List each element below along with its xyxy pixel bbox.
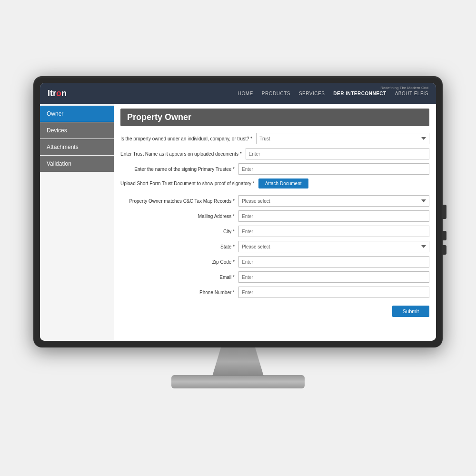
label-tax-map: Property Owner matches C&C Tax Map Recor…: [120, 198, 235, 204]
input-email[interactable]: [238, 271, 429, 283]
sidebar-item-attachments[interactable]: Attachments: [40, 139, 114, 155]
label-zip: Zip Code *: [120, 259, 235, 265]
label-city: City *: [120, 229, 235, 234]
form-row-phone: Phone Number *: [120, 287, 429, 298]
sidebar: Owner Devices Attachments Validation: [40, 104, 114, 341]
nav-services[interactable]: SERVICES: [299, 91, 325, 96]
input-trustee[interactable]: [238, 163, 429, 175]
form-row-state: State * Please select Hawaii California: [120, 241, 429, 252]
tagline: Redefining The Modern Grid: [380, 86, 428, 90]
form-row-address: Mailing Address *: [120, 210, 429, 222]
select-tax-map[interactable]: Please select Yes No: [238, 195, 429, 207]
nav-home[interactable]: HOME: [238, 91, 253, 96]
sidebar-item-devices[interactable]: Devices: [40, 122, 114, 139]
form-row-tax-map: Property Owner matches C&C Tax Map Recor…: [120, 195, 429, 207]
stand-base: [171, 375, 305, 388]
input-city[interactable]: [238, 226, 429, 237]
label-ownership: Is the property owned under an individua…: [120, 136, 252, 141]
input-phone[interactable]: [238, 287, 429, 298]
label-email: Email *: [120, 275, 235, 280]
nav-about[interactable]: ABOUT ELFIS: [395, 91, 428, 96]
submit-button[interactable]: Submit: [392, 306, 429, 317]
select-ownership[interactable]: Trust Individual Company: [256, 133, 429, 144]
label-address: Mailing Address *: [120, 214, 235, 219]
label-trust-name: Enter Trust Name as it appears on upload…: [120, 151, 242, 157]
monitor-power-button: [443, 231, 446, 240]
form-row-trust-name: Enter Trust Name as it appears on upload…: [120, 148, 429, 159]
logo-text: Itron: [48, 89, 67, 99]
label-attach: Upload Short Form Trust Document to show…: [120, 181, 255, 186]
form-row-email: Email *: [120, 271, 429, 283]
nav-products[interactable]: PRODUCTS: [262, 91, 290, 96]
form-row-trustee: Enter the name of the signing Primary Tr…: [120, 163, 429, 175]
monitor-button-1: [443, 205, 446, 219]
label-state: State *: [120, 244, 235, 249]
input-trust-name[interactable]: [246, 148, 429, 159]
select-state[interactable]: Please select Hawaii California: [238, 241, 429, 252]
main-content: Property Owner Is the property owned und…: [114, 104, 436, 341]
monitor-stand: [33, 347, 443, 388]
stand-neck: [209, 347, 267, 376]
attach-document-button[interactable]: Attach Document: [258, 178, 308, 188]
form-row-zip: Zip Code *: [120, 256, 429, 268]
form-row-attach: Upload Short Form Trust Document to show…: [120, 178, 429, 188]
logo: Itron: [48, 89, 67, 99]
input-zip[interactable]: [238, 256, 429, 268]
top-navbar: Itron Redefining The Modern Grid HOME PR…: [40, 83, 436, 104]
label-trustee: Enter the name of the signing Primary Tr…: [120, 167, 235, 172]
sidebar-item-owner[interactable]: Owner: [40, 106, 114, 122]
input-address[interactable]: [238, 210, 429, 222]
page-title: Property Owner: [120, 109, 429, 126]
form-row-ownership: Is the property owned under an individua…: [120, 133, 429, 144]
sidebar-item-validation[interactable]: Validation: [40, 156, 114, 172]
nav-links: HOME PRODUCTS SERVICES DER INTERCONNECT …: [238, 91, 428, 96]
form-row-city: City *: [120, 226, 429, 237]
monitor-back-button: [443, 245, 446, 255]
nav-der[interactable]: DER INTERCONNECT: [333, 91, 386, 96]
label-phone: Phone Number *: [120, 290, 235, 295]
